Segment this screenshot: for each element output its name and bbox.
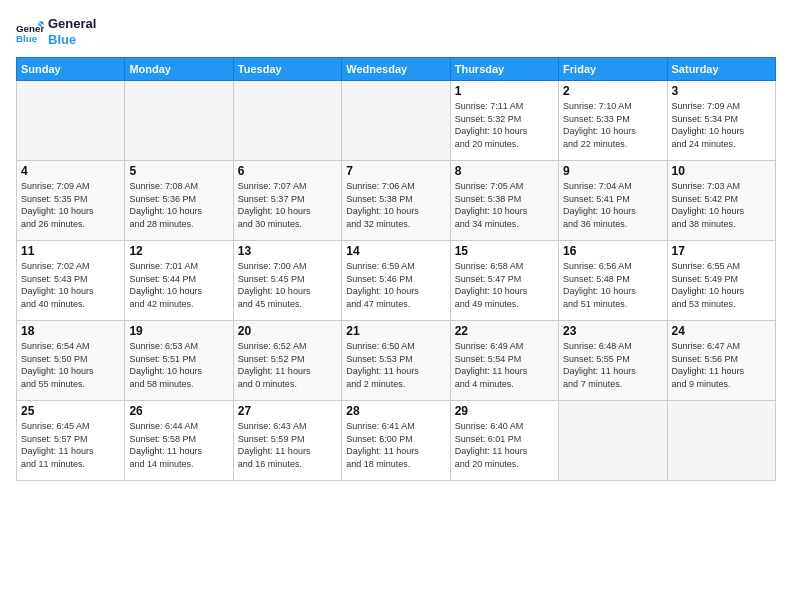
day-info: Sunrise: 6:52 AM Sunset: 5:52 PM Dayligh… [238,340,337,390]
calendar-week-row: 25Sunrise: 6:45 AM Sunset: 5:57 PM Dayli… [17,401,776,481]
day-number: 23 [563,324,662,338]
weekday-header: Thursday [450,58,558,81]
calendar-cell: 25Sunrise: 6:45 AM Sunset: 5:57 PM Dayli… [17,401,125,481]
day-number: 27 [238,404,337,418]
page-header: General Blue General Blue [16,16,776,47]
calendar-cell: 5Sunrise: 7:08 AM Sunset: 5:36 PM Daylig… [125,161,233,241]
day-number: 8 [455,164,554,178]
calendar-cell: 13Sunrise: 7:00 AM Sunset: 5:45 PM Dayli… [233,241,341,321]
calendar-cell: 4Sunrise: 7:09 AM Sunset: 5:35 PM Daylig… [17,161,125,241]
day-number: 29 [455,404,554,418]
day-info: Sunrise: 6:55 AM Sunset: 5:49 PM Dayligh… [672,260,771,310]
day-info: Sunrise: 7:01 AM Sunset: 5:44 PM Dayligh… [129,260,228,310]
calendar-cell: 6Sunrise: 7:07 AM Sunset: 5:37 PM Daylig… [233,161,341,241]
day-number: 22 [455,324,554,338]
calendar-cell [233,81,341,161]
calendar-cell: 28Sunrise: 6:41 AM Sunset: 6:00 PM Dayli… [342,401,450,481]
weekday-header: Wednesday [342,58,450,81]
calendar-cell: 24Sunrise: 6:47 AM Sunset: 5:56 PM Dayli… [667,321,775,401]
day-info: Sunrise: 7:04 AM Sunset: 5:41 PM Dayligh… [563,180,662,230]
day-number: 20 [238,324,337,338]
calendar-cell: 10Sunrise: 7:03 AM Sunset: 5:42 PM Dayli… [667,161,775,241]
day-number: 5 [129,164,228,178]
day-number: 21 [346,324,445,338]
day-info: Sunrise: 7:11 AM Sunset: 5:32 PM Dayligh… [455,100,554,150]
calendar-cell: 12Sunrise: 7:01 AM Sunset: 5:44 PM Dayli… [125,241,233,321]
day-number: 10 [672,164,771,178]
weekday-header: Sunday [17,58,125,81]
day-info: Sunrise: 6:50 AM Sunset: 5:53 PM Dayligh… [346,340,445,390]
day-number: 6 [238,164,337,178]
calendar-cell: 27Sunrise: 6:43 AM Sunset: 5:59 PM Dayli… [233,401,341,481]
day-info: Sunrise: 7:09 AM Sunset: 5:35 PM Dayligh… [21,180,120,230]
calendar-cell: 17Sunrise: 6:55 AM Sunset: 5:49 PM Dayli… [667,241,775,321]
day-number: 4 [21,164,120,178]
weekday-header: Monday [125,58,233,81]
calendar-cell: 11Sunrise: 7:02 AM Sunset: 5:43 PM Dayli… [17,241,125,321]
calendar-cell [17,81,125,161]
calendar-week-row: 11Sunrise: 7:02 AM Sunset: 5:43 PM Dayli… [17,241,776,321]
weekday-header: Tuesday [233,58,341,81]
day-info: Sunrise: 6:40 AM Sunset: 6:01 PM Dayligh… [455,420,554,470]
day-number: 18 [21,324,120,338]
calendar-cell: 19Sunrise: 6:53 AM Sunset: 5:51 PM Dayli… [125,321,233,401]
day-info: Sunrise: 7:06 AM Sunset: 5:38 PM Dayligh… [346,180,445,230]
weekday-header: Friday [559,58,667,81]
calendar-cell: 29Sunrise: 6:40 AM Sunset: 6:01 PM Dayli… [450,401,558,481]
calendar-cell: 1Sunrise: 7:11 AM Sunset: 5:32 PM Daylig… [450,81,558,161]
day-info: Sunrise: 6:58 AM Sunset: 5:47 PM Dayligh… [455,260,554,310]
logo-line1: General [48,16,96,32]
day-info: Sunrise: 7:10 AM Sunset: 5:33 PM Dayligh… [563,100,662,150]
day-info: Sunrise: 7:05 AM Sunset: 5:38 PM Dayligh… [455,180,554,230]
calendar-cell [125,81,233,161]
day-number: 1 [455,84,554,98]
day-info: Sunrise: 6:44 AM Sunset: 5:58 PM Dayligh… [129,420,228,470]
calendar-cell: 14Sunrise: 6:59 AM Sunset: 5:46 PM Dayli… [342,241,450,321]
day-info: Sunrise: 6:53 AM Sunset: 5:51 PM Dayligh… [129,340,228,390]
day-info: Sunrise: 7:07 AM Sunset: 5:37 PM Dayligh… [238,180,337,230]
logo: General Blue General Blue [16,16,96,47]
weekday-header: Saturday [667,58,775,81]
day-number: 14 [346,244,445,258]
day-info: Sunrise: 6:41 AM Sunset: 6:00 PM Dayligh… [346,420,445,470]
calendar-week-row: 18Sunrise: 6:54 AM Sunset: 5:50 PM Dayli… [17,321,776,401]
svg-text:Blue: Blue [16,32,38,43]
day-number: 2 [563,84,662,98]
calendar: SundayMondayTuesdayWednesdayThursdayFrid… [16,57,776,481]
calendar-week-row: 1Sunrise: 7:11 AM Sunset: 5:32 PM Daylig… [17,81,776,161]
day-info: Sunrise: 6:48 AM Sunset: 5:55 PM Dayligh… [563,340,662,390]
day-number: 24 [672,324,771,338]
day-number: 11 [21,244,120,258]
calendar-cell: 2Sunrise: 7:10 AM Sunset: 5:33 PM Daylig… [559,81,667,161]
day-number: 12 [129,244,228,258]
calendar-cell: 8Sunrise: 7:05 AM Sunset: 5:38 PM Daylig… [450,161,558,241]
day-number: 19 [129,324,228,338]
calendar-cell [667,401,775,481]
calendar-cell: 20Sunrise: 6:52 AM Sunset: 5:52 PM Dayli… [233,321,341,401]
day-info: Sunrise: 7:09 AM Sunset: 5:34 PM Dayligh… [672,100,771,150]
calendar-cell: 22Sunrise: 6:49 AM Sunset: 5:54 PM Dayli… [450,321,558,401]
day-info: Sunrise: 6:43 AM Sunset: 5:59 PM Dayligh… [238,420,337,470]
day-number: 7 [346,164,445,178]
day-number: 17 [672,244,771,258]
calendar-week-row: 4Sunrise: 7:09 AM Sunset: 5:35 PM Daylig… [17,161,776,241]
calendar-cell: 3Sunrise: 7:09 AM Sunset: 5:34 PM Daylig… [667,81,775,161]
calendar-cell: 21Sunrise: 6:50 AM Sunset: 5:53 PM Dayli… [342,321,450,401]
logo-line2: Blue [48,32,96,48]
day-info: Sunrise: 6:59 AM Sunset: 5:46 PM Dayligh… [346,260,445,310]
day-info: Sunrise: 7:03 AM Sunset: 5:42 PM Dayligh… [672,180,771,230]
calendar-cell: 26Sunrise: 6:44 AM Sunset: 5:58 PM Dayli… [125,401,233,481]
calendar-cell: 18Sunrise: 6:54 AM Sunset: 5:50 PM Dayli… [17,321,125,401]
calendar-cell [559,401,667,481]
day-number: 26 [129,404,228,418]
day-info: Sunrise: 7:02 AM Sunset: 5:43 PM Dayligh… [21,260,120,310]
calendar-cell: 23Sunrise: 6:48 AM Sunset: 5:55 PM Dayli… [559,321,667,401]
day-info: Sunrise: 7:08 AM Sunset: 5:36 PM Dayligh… [129,180,228,230]
day-info: Sunrise: 6:54 AM Sunset: 5:50 PM Dayligh… [21,340,120,390]
day-info: Sunrise: 6:47 AM Sunset: 5:56 PM Dayligh… [672,340,771,390]
day-info: Sunrise: 6:49 AM Sunset: 5:54 PM Dayligh… [455,340,554,390]
day-number: 13 [238,244,337,258]
calendar-cell: 9Sunrise: 7:04 AM Sunset: 5:41 PM Daylig… [559,161,667,241]
day-info: Sunrise: 6:56 AM Sunset: 5:48 PM Dayligh… [563,260,662,310]
calendar-header-row: SundayMondayTuesdayWednesdayThursdayFrid… [17,58,776,81]
